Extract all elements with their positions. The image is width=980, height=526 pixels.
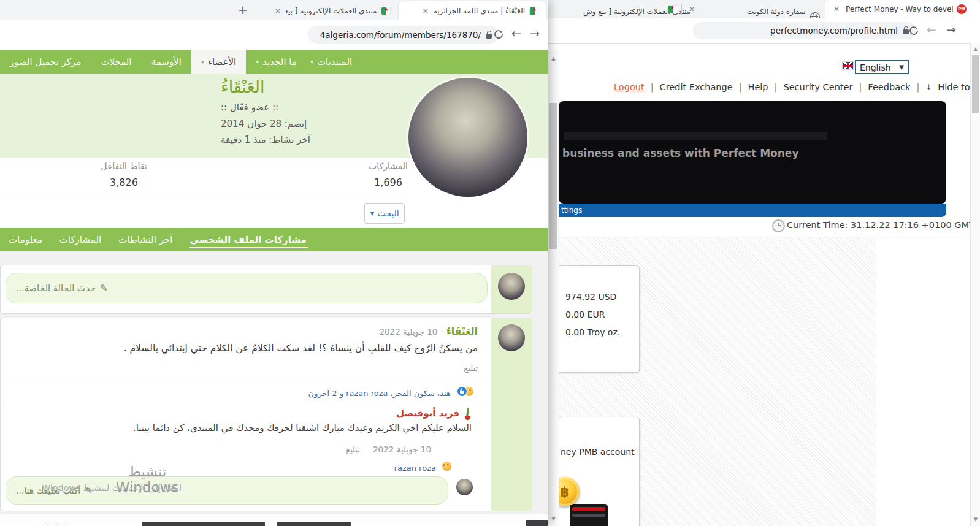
like-icon	[457, 387, 467, 396]
nav-label: الأوسمة	[151, 56, 182, 67]
scrollbar-thumb[interactable]	[972, 55, 979, 113]
profile-joined: إنضم: 28 جوان 2014	[221, 118, 405, 129]
status-card: ✎ حدث الحالة الخاصة...	[0, 265, 532, 314]
tab-member-profile[interactable]: العَنْقَاءُ | منتدى اللمة الجزائرية ✕	[399, 1, 546, 20]
tab-kuwait-embassy[interactable]: سفارة دولة الكويت	[747, 5, 806, 17]
stat-value[interactable]: 3,826	[87, 177, 161, 188]
tab-title: Perfect Money - Way to develop	[846, 5, 953, 13]
address-bar[interactable]: 4algeria.com/forum/members/167870/	[308, 26, 499, 44]
report-link[interactable]: تبليغ	[55, 364, 478, 373]
reactions-users[interactable]: هند، سكون الفجر، razan roza و 2 آخرون	[308, 389, 451, 398]
forward-icon[interactable]: →	[530, 28, 540, 39]
algeria-flag-favicon	[530, 7, 540, 15]
nav-label: المنتديات	[317, 56, 352, 67]
reaction-user[interactable]: razan roza	[394, 463, 436, 473]
security-center-link[interactable]: Security Center	[783, 82, 852, 92]
feedback-link[interactable]: Feedback	[868, 82, 910, 92]
comment-date[interactable]: 10 جويلية 2022	[373, 444, 431, 454]
avatar[interactable]	[498, 273, 525, 300]
profile-avatar[interactable]	[408, 78, 527, 197]
reactions-bar[interactable]: هند، سكون الفجر، razan roza و 2 آخرون	[55, 387, 473, 398]
nav-image-upload-center[interactable]: مركز تحميل الصور	[0, 50, 91, 74]
help-link[interactable]: Help	[748, 82, 768, 92]
right-scrollbar[interactable]: ▲ ▼	[970, 43, 980, 526]
scroll-up-icon[interactable]: ▲	[971, 46, 980, 52]
tab-latest-activity[interactable]: آخر النشاطات	[110, 228, 181, 251]
status-update-input[interactable]: ✎ حدث الحالة الخاصة...	[6, 273, 488, 303]
close-tab-icon[interactable]: ✕	[689, 6, 695, 13]
scroll-down-icon[interactable]: ▼	[971, 516, 980, 522]
clipped-next-row	[0, 514, 548, 526]
tab-divider	[681, 4, 682, 15]
tab-about[interactable]: معلومات	[0, 228, 51, 251]
new-tab-icon[interactable]: +	[238, 3, 248, 17]
scroll-down-icon[interactable]: ▼	[548, 516, 559, 522]
close-tab-icon[interactable]: ✕	[275, 7, 281, 15]
balance-gold: 0.00 Troy oz.	[565, 327, 620, 337]
comment-author[interactable]: فريد أبوفيصل	[74, 408, 472, 419]
reload-icon[interactable]	[908, 25, 919, 36]
tab-title: منتدى العملات الإلكترونية [ بيع وش	[286, 7, 377, 15]
close-tab-icon[interactable]: ✕	[423, 7, 429, 15]
stats-divider	[0, 197, 404, 197]
nav-members[interactable]: الأعضاء▾	[191, 50, 246, 74]
address-bar[interactable]: perfectmoney.com/profile.html	[693, 22, 916, 39]
windows-activation-subtitle: انتقل إلى الإعدادات لتنشيط Windows.	[25, 483, 196, 493]
nav-forums[interactable]: المنتديات▾	[307, 50, 362, 74]
reload-icon[interactable]	[493, 29, 504, 40]
tab-profile-posts[interactable]: مشاركات الملف الشخصي	[182, 228, 315, 251]
search-button[interactable]: البحث ▼	[364, 203, 405, 224]
nav-whats-new[interactable]: ما الجديد▾	[246, 50, 307, 74]
pen-feather-icon	[463, 408, 472, 421]
settings-bar[interactable]: ttings	[559, 204, 946, 217]
profile-role: :: عضو فعّال ::	[221, 102, 405, 113]
tab-title: العَنْقَاءُ | منتدى اللمة الجزائرية	[434, 7, 525, 15]
perfect-money-favicon: PM	[957, 4, 967, 14]
back-icon[interactable]: ←	[927, 24, 936, 36]
back-tab-strip: منتدى العملات الإلكترونية [ بيع وش ✕ سفا…	[548, 0, 980, 18]
close-tab-icon[interactable]: ✕	[833, 6, 840, 13]
link-separator: |	[651, 82, 654, 92]
avatar[interactable]	[456, 479, 473, 495]
scrollbar-thumb[interactable]	[549, 103, 557, 249]
logout-link[interactable]: Logout	[614, 82, 645, 92]
nav-journals[interactable]: المجلات	[91, 50, 141, 74]
stat-value[interactable]: 1,696	[351, 177, 425, 188]
language-select[interactable]: English ▼	[855, 60, 909, 74]
banner-faint-heading	[564, 132, 827, 140]
report-link[interactable]: تبليغ	[346, 445, 360, 454]
comment-block: فريد أبوفيصل السلام عليكم اخي الكريم وعي…	[74, 408, 472, 433]
profile-last-activity: آخر نشاط: منذ 1 دقيقة	[221, 134, 405, 145]
comment-body: السلام عليكم اخي الكريم وعيدك مبارك اشتق…	[74, 422, 472, 433]
credit-exchange-link[interactable]: Credit Exchange	[660, 82, 733, 92]
profile-content-area: ✎ حدث الحالة الخاصة... العَنْقَاءُ · 10 …	[0, 251, 548, 526]
star-struck-emoji	[442, 462, 451, 471]
post-header: العَنْقَاءُ · 10 جويلية 2022	[55, 326, 478, 337]
promo-banner: business and assets with Perfect Money	[559, 101, 946, 204]
forward-icon[interactable]: →	[946, 24, 956, 36]
current-time: Current Time: 31.12.22 17:16 +0100 GMT	[787, 220, 974, 230]
nav-medals[interactable]: الأوسمة	[142, 50, 191, 74]
back-toolbar: perfectmoney.com/profile.html ← →	[548, 18, 980, 44]
wallet-image	[570, 504, 608, 526]
avatar[interactable]	[498, 324, 525, 351]
chevron-down-icon: ▼	[370, 210, 374, 216]
comment-meta: 10 جويلية 2022 تبليغ	[74, 443, 431, 455]
post-author[interactable]: العَنْقَاءُ	[446, 326, 478, 337]
lock-icon	[486, 34, 492, 39]
chevron-down-icon: ▼	[899, 64, 904, 71]
back-icon[interactable]: ←	[511, 28, 521, 39]
divider	[1, 381, 488, 381]
pmb-card-text: ney PMB account	[561, 447, 635, 457]
tab-postings[interactable]: المشاركات	[51, 228, 110, 251]
back-browser-window: منتدى العملات الإلكترونية [ بيع وش ✕ سفا…	[548, 0, 980, 526]
scroll-up-icon[interactable]: ▲	[548, 55, 559, 61]
chevron-down-icon: ▾	[256, 58, 259, 65]
post-date[interactable]: 10 جويلية 2022	[379, 327, 437, 337]
tab-forum-currencies[interactable]: منتدى العملات الإلكترونية [ بيع وش ✕	[269, 1, 396, 20]
status-avatar-strip	[491, 265, 532, 313]
left-scrollbar[interactable]: ▲ ▼	[548, 51, 559, 526]
status-placeholder: حدث الحالة الخاصة...	[16, 283, 96, 293]
url-text: perfectmoney.com/profile.html	[770, 26, 898, 36]
tab-perfect-money[interactable]: ✕ Perfect Money - Way to develop PM	[825, 0, 980, 18]
